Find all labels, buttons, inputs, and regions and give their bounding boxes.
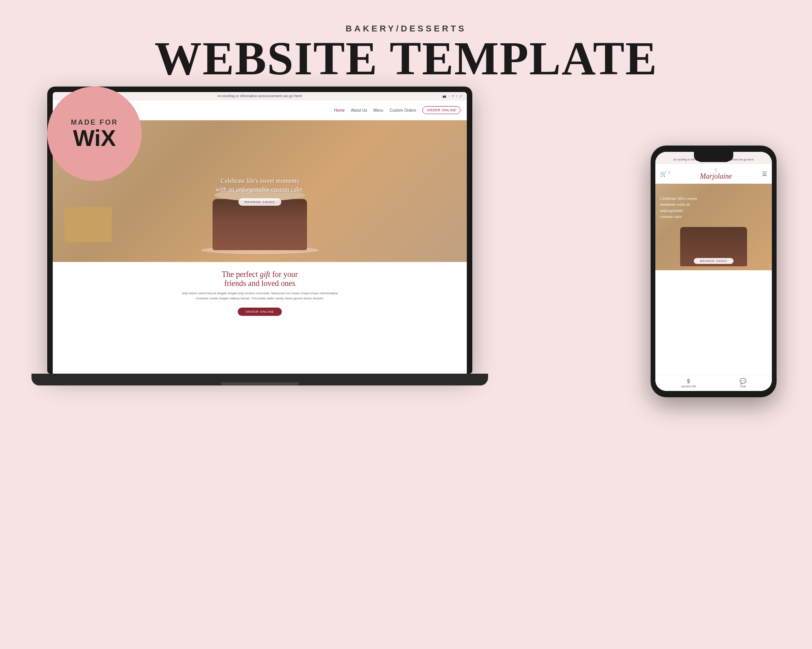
phone-hero-line1: Celebrate life's sweet xyxy=(660,196,697,201)
chat-icon: 💬 xyxy=(740,378,746,384)
phone-announce-right: ment can go here! xyxy=(732,158,754,161)
facebook-icon: f xyxy=(456,94,457,98)
wix-brand: WiX xyxy=(73,127,116,149)
gift-section: The perfect gift for your friends and lo… xyxy=(53,262,467,324)
chat-label: Chat xyxy=(740,385,746,388)
phone-cart-icon: 🛒 xyxy=(660,171,667,177)
cart-icon-nav: 🛒 xyxy=(459,94,463,98)
phone-hero-text: Celebrate life's sweet moments with an u… xyxy=(660,195,767,220)
discount-label: Get $10 Off! xyxy=(681,385,696,388)
cake-body xyxy=(213,199,307,250)
nav-links: Home About Us Menu Custom Orders ORDER O… xyxy=(334,106,461,114)
phone-frame: An exciting or info ment can go here! 🛒 … xyxy=(651,146,777,397)
hero-headline: Celebrate life's sweet moments with an u… xyxy=(216,177,304,194)
wix-badge: MADE FOR WiX xyxy=(47,87,142,181)
phone-cart-area: 🛒 2 xyxy=(660,170,670,177)
phone-browse-btn[interactable]: BROWSE CAKES xyxy=(694,258,734,264)
phone-logo-name: Marjolaine xyxy=(700,172,732,181)
phone-logo: 🍴 Marjolaine xyxy=(700,166,732,181)
phone-announce-left: An exciting or info xyxy=(673,158,695,161)
pinterest-icon: P xyxy=(452,94,454,98)
nav-custom-orders[interactable]: Custom Orders xyxy=(390,108,416,112)
hero-browse-btn[interactable]: BROWSE CAKES xyxy=(239,198,281,206)
nav-menu[interactable]: Menu xyxy=(374,108,383,112)
phone-hero-line2: moments with an xyxy=(660,202,690,206)
nav-about[interactable]: About Us xyxy=(351,108,367,112)
phone-bottom-chat[interactable]: 💬 Chat xyxy=(740,378,746,388)
hero-line3: custom cake. xyxy=(271,186,304,193)
phone-hero-line3: custom cake xyxy=(660,214,682,219)
gift-italic: gift xyxy=(260,270,270,278)
order-online-btn[interactable]: ORDER ONLINE xyxy=(238,308,282,316)
laptop-base xyxy=(31,374,488,385)
hero-line1: Celebrate life's sweet moments xyxy=(221,177,299,184)
gift-body-text: Jelly beans sweet biscuit dragée dragée … xyxy=(181,291,338,301)
hero-text: Celebrate life's sweet moments with an u… xyxy=(216,177,304,206)
instagram-icon: 📷 xyxy=(442,94,446,98)
phone-bottom-bar: $ Get $10 Off! 💬 Chat xyxy=(655,374,772,391)
nav-order-btn[interactable]: ORDER ONLINE xyxy=(422,106,461,114)
announcement-text: An exciting or informative announcement … xyxy=(217,94,302,98)
hero-italic: unforgettable xyxy=(236,186,270,193)
gift-headline: The perfect gift for your friends and lo… xyxy=(76,270,443,288)
tiktok-icon: ♪ xyxy=(448,94,450,98)
phone-menu-icon[interactable]: ☰ xyxy=(762,171,767,177)
phone-screen: An exciting or info ment can go here! 🛒 … xyxy=(655,152,772,391)
gift-text-1: The perfect xyxy=(222,270,258,278)
header-area: BAKERY/DESSERTS WEBSITE TEMPLATE xyxy=(0,24,812,83)
phone-hero-italic: unforgettable xyxy=(660,208,683,213)
phone-hero: Celebrate life's sweet moments with an u… xyxy=(655,184,772,270)
gift-text-3: friends and loved ones xyxy=(224,279,296,288)
phone-logo-icon: 🍴 xyxy=(714,168,718,172)
hero-line2: with an xyxy=(216,186,235,193)
phone-navigation: 🛒 2 🍴 Marjolaine ☰ xyxy=(655,164,772,184)
nav-home[interactable]: Home xyxy=(334,108,345,112)
phone-bottom-discount[interactable]: $ Get $10 Off! xyxy=(681,378,696,388)
cart-badge: 2 xyxy=(668,171,670,174)
phone-notch xyxy=(694,152,733,161)
gift-text-2: for your xyxy=(272,270,298,278)
phone-mockup: An exciting or info ment can go here! 🛒 … xyxy=(651,146,777,397)
main-title: WEBSITE TEMPLATE xyxy=(0,34,812,83)
social-icons: 📷 ♪ P f 🛒 xyxy=(442,94,463,98)
discount-icon: $ xyxy=(687,378,690,384)
basket-decoration xyxy=(65,207,112,242)
